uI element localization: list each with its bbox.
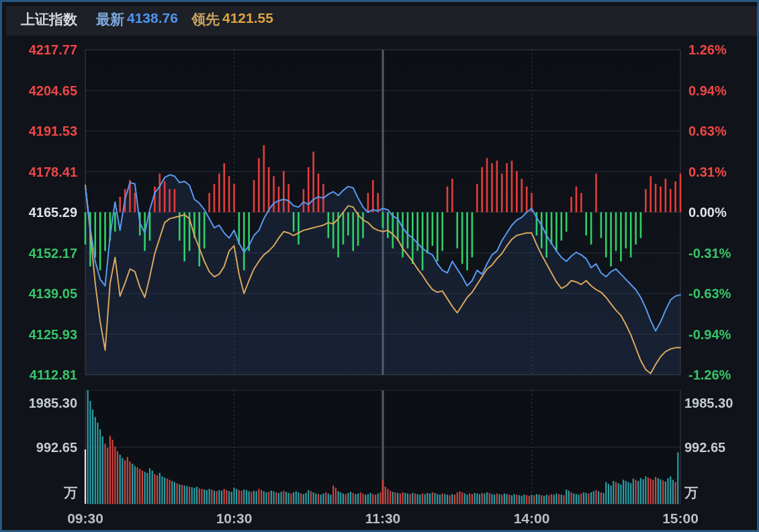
latest-label: 最新 bbox=[96, 10, 124, 29]
quote-header: 上证指数 最新 4138.76 领先 4121.55 bbox=[2, 2, 757, 34]
leading-value: 4121.55 bbox=[222, 10, 273, 26]
index-name: 上证指数 bbox=[21, 10, 77, 29]
intraday-chart-canvas[interactable] bbox=[2, 2, 759, 532]
stock-quote-window: 上证指数 最新 4138.76 领先 4121.55 4217.774204.6… bbox=[0, 0, 759, 532]
leading-label: 领先 bbox=[191, 10, 220, 29]
latest-value: 4138.76 bbox=[127, 10, 178, 26]
